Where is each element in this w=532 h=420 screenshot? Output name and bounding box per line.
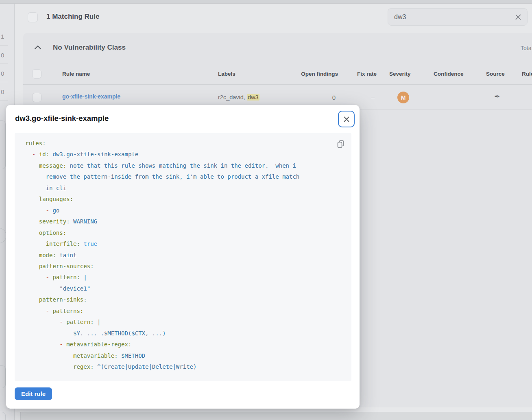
- column-header-rule-partial: Rule: [522, 71, 532, 77]
- rule-name-link[interactable]: go-xfile-sink-example: [62, 93, 120, 100]
- rail-count: 0: [1, 52, 7, 59]
- total-label: Tota: [521, 45, 531, 51]
- column-header-confidence: Confidence: [434, 71, 464, 77]
- rail-divider: [0, 63, 8, 64]
- modal-title: dw3.go-xfile-sink-example: [15, 114, 109, 123]
- code-content: rules: - id: dw3.go-xfile-sink-example m…: [25, 138, 299, 373]
- column-header-severity: Severity: [389, 71, 411, 77]
- rail-ghost-button: [0, 412, 6, 420]
- close-button[interactable]: [338, 111, 355, 127]
- table-row-labels: r2c_david, dw3: [218, 94, 259, 101]
- column-header-open-findings: Open findings: [301, 71, 338, 77]
- bottom-band: [20, 412, 532, 420]
- select-group-checkbox[interactable]: [32, 69, 41, 79]
- rail-ghost-circle: [0, 228, 7, 243]
- labels-text: r2c_david,: [218, 94, 247, 101]
- column-header-rule-name: Rule name: [62, 71, 90, 77]
- rail-count: 1: [1, 33, 7, 40]
- collapse-section-icon[interactable]: [33, 42, 43, 53]
- column-header-fix-rate: Fix rate: [357, 71, 377, 77]
- rule-detail-modal: dw3.go-xfile-sink-example rules: - id: d…: [6, 105, 360, 409]
- fix-rate-value: –: [371, 94, 375, 101]
- highlighted-label: dw3: [247, 94, 259, 101]
- header-divider: [23, 84, 532, 85]
- rule-yaml-codeblock: rules: - id: dw3.go-xfile-sink-example m…: [15, 133, 351, 381]
- rail-divider: [0, 45, 8, 46]
- table-row-rule-name: go-xfile-sink-example: [62, 93, 120, 100]
- rule-search-input[interactable]: [394, 9, 492, 25]
- top-strip: [0, 0, 532, 4]
- rail-count: 0: [1, 88, 7, 95]
- copy-icon[interactable]: [336, 140, 345, 149]
- rail-ghost-button: [0, 120, 6, 169]
- rule-search-box: [388, 8, 528, 26]
- row-checkbox[interactable]: [32, 93, 41, 102]
- rail-divider: [0, 82, 8, 82]
- pen-nib-source-icon[interactable]: ✒: [494, 92, 500, 101]
- matching-rules-count: 1 Matching Rule: [46, 13, 99, 21]
- screen: 1 0 0 0 1 Matching Rule No Vulnerability…: [0, 0, 532, 420]
- column-header-source: Source: [486, 71, 505, 77]
- rail-divider: [0, 100, 8, 101]
- rail-count: 0: [1, 70, 7, 77]
- rail-ghost-button: [0, 365, 6, 388]
- select-all-rules-checkbox[interactable]: [28, 12, 38, 22]
- edit-rule-button[interactable]: Edit rule: [15, 387, 52, 400]
- column-header-labels: Labels: [218, 71, 235, 77]
- close-icon: [343, 116, 350, 123]
- clear-search-icon[interactable]: [514, 13, 522, 21]
- severity-medium-badge: M: [397, 92, 409, 103]
- section-title: No Vulnerability Class: [53, 44, 126, 52]
- open-findings-value: 0: [332, 94, 336, 101]
